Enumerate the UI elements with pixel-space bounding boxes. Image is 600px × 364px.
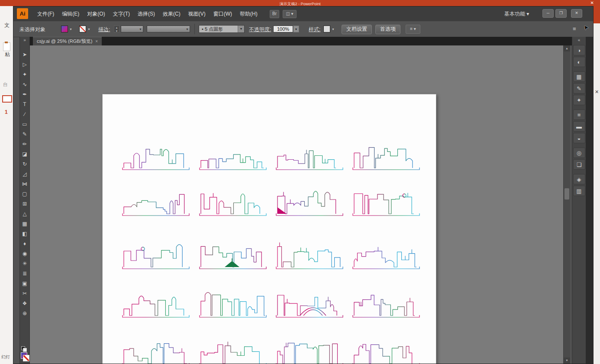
gradient-tool-icon[interactable]: ◧	[20, 229, 29, 239]
skyline-artwork-4[interactable]	[352, 140, 421, 174]
menubar-item[interactable]: 窗口(W)	[210, 9, 236, 19]
slide-thumbnail[interactable]	[2, 95, 12, 103]
skyline-artwork-15[interactable]	[275, 288, 344, 322]
pen-tool-icon[interactable]: ✒	[20, 90, 29, 100]
opacity-input[interactable]: 100%	[273, 26, 293, 32]
menubar-item[interactable]: 文字(T)	[109, 9, 134, 19]
menubar-item[interactable]: 选择(S)	[134, 9, 159, 19]
paintbrush-tool-icon[interactable]: ✎	[20, 129, 29, 139]
document-tab[interactable]: csjy.ai @ 25% (RGB/预览) ×	[33, 37, 102, 45]
tools-panel-collapse-button[interactable]: »	[20, 37, 29, 44]
arrange-documents-icon[interactable]: ◫ ▾	[283, 10, 297, 18]
menubar-item[interactable]: 帮助(H)	[236, 9, 261, 19]
skyline-artwork-3[interactable]	[275, 140, 344, 174]
stroke-panel-icon[interactable]: ≡	[573, 110, 585, 120]
skyline-artwork-16[interactable]	[352, 288, 421, 322]
layers-panel-icon[interactable]: ◈	[573, 174, 585, 184]
minimize-button[interactable]: ─	[542, 9, 554, 18]
menubar-item[interactable]: 对象(O)	[83, 9, 109, 19]
symbol-sprayer-tool-icon[interactable]: ✳	[20, 259, 29, 269]
skyline-artwork-2[interactable]	[198, 140, 268, 174]
skyline-artwork-10[interactable]	[198, 239, 268, 273]
fill-color-swatch[interactable]	[61, 26, 68, 32]
skyline-artwork-8[interactable]	[352, 186, 421, 220]
close-button[interactable]: ✕	[571, 9, 582, 18]
line-segment-tool-icon[interactable]: ∕	[20, 110, 29, 119]
pane-close-icon[interactable]: ✕	[595, 89, 599, 95]
mesh-tool-icon[interactable]: ▦	[20, 219, 29, 229]
skyline-artwork-11[interactable]	[275, 239, 344, 273]
stroke-weight-dropdown[interactable]: ▼	[121, 26, 143, 32]
width-tool-icon[interactable]: ⋈	[20, 179, 29, 189]
scrollbar-thumb[interactable]	[565, 188, 569, 200]
artboards-panel-icon[interactable]: ▥	[573, 186, 585, 196]
artboard-tool-icon[interactable]: ▣	[20, 279, 29, 289]
eraser-tool-icon[interactable]: ◪	[20, 149, 29, 159]
swap-colors-icon[interactable]	[23, 348, 27, 352]
free-transform-tool-icon[interactable]: ▢	[20, 189, 29, 199]
stroke-color-swatch[interactable]	[79, 26, 86, 32]
style-dropdown-icon[interactable]: ▼	[332, 28, 335, 31]
direct-selection-tool-icon[interactable]: ▷	[20, 60, 29, 70]
skyline-artwork-9[interactable]	[121, 239, 190, 273]
skyline-artwork-7[interactable]	[275, 186, 344, 220]
brush-definition-dropdown[interactable]: • 5 点圆形 ▼	[199, 25, 245, 33]
style-label[interactable]: 样式:	[309, 26, 320, 33]
graphic-styles-panel-icon[interactable]: ❏	[573, 159, 585, 170]
paste-icon[interactable]	[3, 42, 10, 51]
slice-tool-icon[interactable]: ✂	[20, 289, 29, 299]
zoom-tool-icon[interactable]: ⊕	[20, 309, 29, 319]
blend-tool-icon[interactable]: ◉	[20, 249, 29, 259]
fill-dropdown-icon[interactable]: ▼	[69, 28, 72, 31]
skyline-artwork-20[interactable]	[352, 336, 421, 364]
type-tool-icon[interactable]: T	[20, 100, 29, 110]
rotate-tool-icon[interactable]: ↻	[20, 159, 29, 169]
powerpoint-close-icon[interactable]: ✕	[590, 0, 594, 5]
eyedropper-tool-icon[interactable]: ♦	[20, 239, 29, 249]
skyline-artwork-17[interactable]	[121, 336, 190, 364]
control-panel-menu-icon[interactable]: ≡	[573, 26, 576, 32]
menubar-item[interactable]: 文件(F)	[33, 9, 58, 19]
appearance-panel-icon[interactable]: ◎	[573, 148, 585, 158]
skyline-artwork-1[interactable]	[121, 140, 190, 174]
fill-stroke-controls[interactable]	[21, 346, 29, 362]
align-options-button[interactable]: ≡ ▾	[406, 25, 420, 34]
document-setup-button[interactable]: 文档设置	[342, 25, 372, 34]
transparency-panel-icon[interactable]: ◒	[573, 133, 585, 143]
stroke-swatch[interactable]	[23, 355, 29, 361]
skyline-artwork-12[interactable]	[352, 239, 421, 273]
magic-wand-tool-icon[interactable]: ✦	[20, 70, 29, 80]
workspace-switcher-button[interactable]: 基本功能 ▾	[504, 10, 529, 18]
document-tab-close-icon[interactable]: ×	[95, 39, 98, 44]
scroll-down-icon[interactable]: ▼	[564, 358, 570, 364]
pencil-tool-icon[interactable]: ✏	[20, 139, 29, 149]
canvas-area[interactable]	[30, 45, 563, 364]
lasso-tool-icon[interactable]: ∿	[20, 80, 29, 90]
preferences-button[interactable]: 首选项	[375, 25, 400, 34]
selection-tool-icon[interactable]: ➤	[20, 50, 29, 60]
stroke-weight-label[interactable]: 描边:	[98, 26, 110, 33]
shape-builder-tool-icon[interactable]: ⊞	[20, 199, 29, 209]
hand-tool-icon[interactable]: ❖	[20, 299, 29, 309]
variable-width-profile-dropdown[interactable]: ▼	[147, 26, 190, 32]
column-graph-tool-icon[interactable]: ≣	[20, 269, 29, 279]
stroke-weight-stepper[interactable]: ▲▼	[114, 26, 119, 32]
stroke-dropdown-icon[interactable]: ▼	[87, 28, 90, 31]
brush-caret-icon[interactable]: ▼	[238, 26, 244, 32]
swatches-panel-icon[interactable]: ▦	[573, 71, 585, 82]
perspective-grid-tool-icon[interactable]: △	[20, 209, 29, 219]
color-guide-panel-icon[interactable]: ◐	[573, 57, 585, 67]
scale-tool-icon[interactable]: ◿	[20, 169, 29, 179]
scroll-up-icon[interactable]: ▲	[564, 45, 570, 52]
gradient-panel-icon[interactable]: ▬	[573, 121, 585, 132]
skyline-artwork-14[interactable]	[198, 288, 268, 322]
opacity-caret-icon[interactable]: ▼	[293, 26, 299, 32]
artboard[interactable]	[102, 94, 436, 364]
brushes-panel-icon[interactable]: ✎	[573, 83, 585, 93]
skyline-artwork-19[interactable]	[275, 336, 344, 364]
skyline-artwork-5[interactable]	[121, 186, 190, 220]
menubar-item[interactable]: 编辑(E)	[58, 9, 83, 19]
restore-button[interactable]: ❐	[555, 9, 567, 18]
rectangle-tool-icon[interactable]: ▭	[20, 119, 29, 129]
skyline-artwork-13[interactable]	[121, 288, 190, 322]
